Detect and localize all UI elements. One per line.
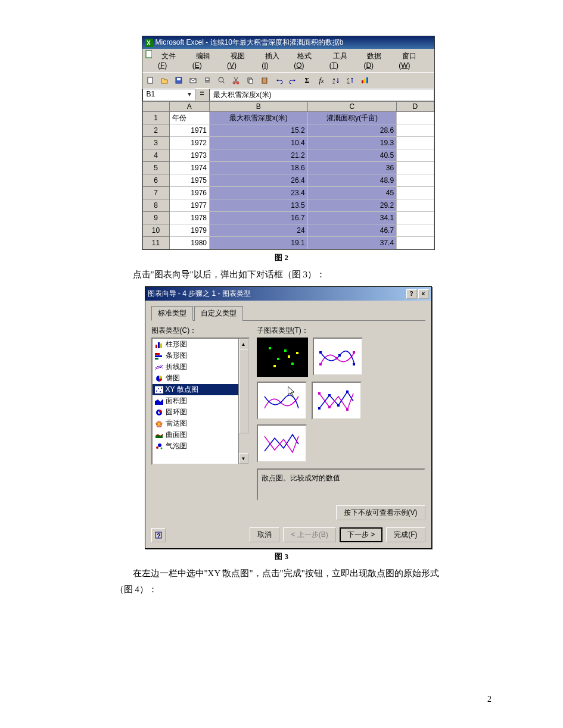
help-button-icon[interactable]: ?: [406, 289, 417, 299]
cell[interactable]: [397, 212, 434, 224]
finish-button[interactable]: 完成(F): [386, 527, 425, 542]
cancel-button[interactable]: 取消: [250, 527, 279, 542]
menu-window[interactable]: 窗口(W): [395, 50, 431, 71]
menu-file[interactable]: 文件(F): [154, 50, 189, 71]
scroll-up-icon[interactable]: ▲: [239, 339, 248, 349]
redo-icon[interactable]: [287, 74, 300, 87]
row-header[interactable]: 8: [142, 199, 169, 212]
row-header[interactable]: 6: [142, 174, 169, 187]
sort-asc-icon[interactable]: AZ: [329, 74, 343, 87]
menu-data[interactable]: 数据(D): [360, 50, 395, 71]
new-icon[interactable]: [144, 74, 157, 87]
cell[interactable]: 37.4: [307, 237, 396, 249]
name-box[interactable]: B1▾: [142, 89, 195, 101]
cell[interactable]: 1977: [169, 199, 210, 212]
sub-chart-scatter-only[interactable]: [257, 338, 308, 377]
row-header[interactable]: 10: [142, 224, 169, 237]
col-header-D[interactable]: D: [397, 102, 434, 112]
back-button[interactable]: < 上一步(B): [283, 527, 335, 542]
cell[interactable]: 40.5: [307, 149, 396, 162]
cell[interactable]: 1978: [169, 212, 210, 224]
copy-icon[interactable]: [244, 74, 257, 87]
open-icon[interactable]: [158, 74, 171, 87]
excel-grid[interactable]: A B C D 1 年份 最大积雪深度x(米) 灌溉面积y(千亩) 219711…: [142, 101, 434, 249]
chart-type-listbox[interactable]: 柱形图 条形图 折线图 饼图 XY 散点图 面积图 圆环图 雷达图 曲面图 气泡…: [151, 338, 250, 465]
undo-icon[interactable]: [272, 74, 285, 87]
sum-icon[interactable]: Σ: [301, 74, 314, 87]
menu-view[interactable]: 视图(V): [223, 50, 258, 71]
row-header[interactable]: 1: [142, 112, 169, 124]
cell[interactable]: 16.7: [210, 212, 308, 224]
cell[interactable]: [397, 124, 434, 137]
cell[interactable]: 46.7: [307, 224, 396, 237]
cell[interactable]: [397, 187, 434, 199]
cell[interactable]: 19.3: [307, 137, 396, 149]
sort-desc-icon[interactable]: ZA: [344, 74, 357, 87]
col-header-A[interactable]: A: [169, 102, 210, 112]
cell[interactable]: 26.4: [210, 174, 308, 187]
cell[interactable]: 1975: [169, 174, 210, 187]
row-header[interactable]: 11: [142, 237, 169, 249]
close-icon[interactable]: ×: [418, 289, 429, 299]
sub-chart-smooth-markers[interactable]: [313, 338, 363, 376]
print-icon[interactable]: [201, 74, 214, 87]
row-header[interactable]: 2: [142, 124, 169, 137]
cell[interactable]: 34.1: [307, 212, 396, 224]
menu-format[interactable]: 格式(O): [290, 50, 325, 71]
sub-chart-lines-nomarkers[interactable]: [257, 424, 307, 463]
select-all-corner[interactable]: [142, 102, 169, 112]
col-header-B[interactable]: B: [210, 102, 308, 112]
cell[interactable]: 19.1: [210, 237, 308, 249]
cell[interactable]: 最大积雪深度x(米): [210, 112, 308, 124]
cell[interactable]: 29.2: [307, 199, 396, 212]
tab-standard[interactable]: 标准类型: [151, 306, 193, 321]
cell[interactable]: 15.2: [210, 124, 308, 137]
save-icon[interactable]: [172, 74, 185, 87]
paste-icon[interactable]: [258, 74, 271, 87]
cell[interactable]: 1973: [169, 149, 210, 162]
fx-icon[interactable]: fx: [315, 74, 328, 87]
sub-chart-smooth-nomarkers[interactable]: [257, 382, 307, 420]
cell[interactable]: 10.4: [210, 137, 308, 149]
listbox-scrollbar[interactable]: ▲ ▼: [238, 339, 248, 464]
cell[interactable]: [397, 199, 434, 212]
next-button[interactable]: 下一步 >: [340, 527, 382, 542]
cell[interactable]: 灌溉面积y(千亩): [307, 112, 396, 124]
preview-sample-button[interactable]: 按下不放可查看示例(V): [336, 505, 425, 520]
cell[interactable]: [397, 174, 434, 187]
cell[interactable]: [397, 162, 434, 174]
menu-insert[interactable]: 插入(I): [258, 50, 290, 71]
preview-icon[interactable]: [215, 74, 228, 87]
cell[interactable]: [397, 237, 434, 249]
cell[interactable]: 45: [307, 187, 396, 199]
cell[interactable]: 13.5: [210, 199, 308, 212]
cell[interactable]: 28.6: [307, 124, 396, 137]
row-header[interactable]: 9: [142, 212, 169, 224]
scroll-thumb[interactable]: [239, 349, 248, 433]
menu-edit[interactable]: 编辑(E): [189, 50, 223, 71]
cell[interactable]: 1972: [169, 137, 210, 149]
tab-custom[interactable]: 自定义类型: [194, 306, 243, 321]
cell[interactable]: 48.9: [307, 174, 396, 187]
row-header[interactable]: 7: [142, 187, 169, 199]
cell[interactable]: 21.2: [210, 149, 308, 162]
cell[interactable]: 1980: [169, 237, 210, 249]
cell[interactable]: 年份: [169, 112, 210, 124]
cell[interactable]: 1974: [169, 162, 210, 174]
cell[interactable]: [397, 149, 434, 162]
sub-chart-lines-markers[interactable]: [312, 382, 362, 420]
cell[interactable]: [397, 224, 434, 237]
menu-tools[interactable]: 工具(T): [326, 50, 360, 71]
cell[interactable]: 1979: [169, 224, 210, 237]
chart-wizard-icon[interactable]: [358, 74, 371, 87]
cell[interactable]: 18.6: [210, 162, 308, 174]
formula-value[interactable]: 最大积雪深度x(米): [209, 89, 434, 101]
cell[interactable]: 23.4: [210, 187, 308, 199]
email-icon[interactable]: [186, 74, 200, 87]
cell[interactable]: 1976: [169, 187, 210, 199]
cell[interactable]: 24: [210, 224, 308, 237]
cell[interactable]: 1971: [169, 124, 210, 137]
cell[interactable]: [397, 112, 434, 124]
help-icon[interactable]: ?: [151, 528, 166, 542]
cell[interactable]: 36: [307, 162, 396, 174]
